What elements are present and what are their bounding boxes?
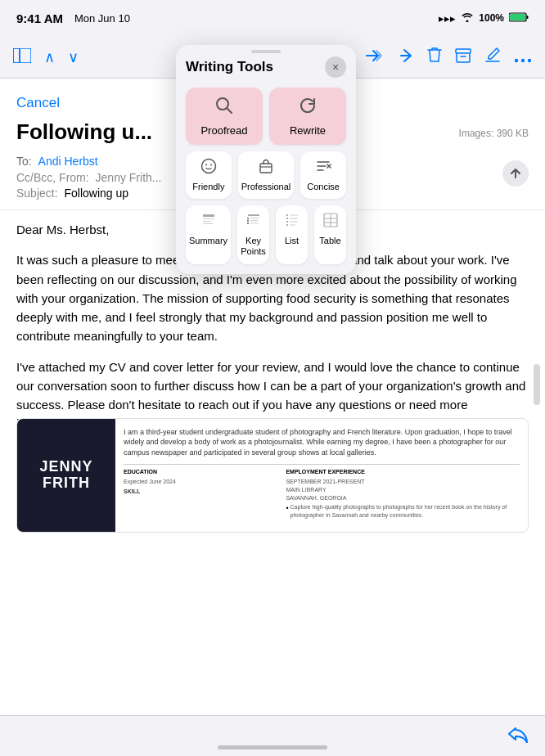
svg-rect-25: [203, 223, 213, 224]
svg-rect-1: [510, 14, 525, 20]
writing-tools-panel: Writing Tools × Proofread Rewrite: [176, 45, 356, 274]
navigate-down-button[interactable]: ∨: [68, 48, 79, 66]
table-label: Table: [319, 236, 340, 246]
professional-label: Professional: [241, 182, 291, 192]
svg-rect-28: [250, 218, 259, 218]
trash-button[interactable]: [427, 47, 442, 68]
email-to-value[interactable]: Andi Herbst: [38, 155, 98, 168]
svg-point-12: [201, 160, 215, 173]
svg-rect-22: [203, 214, 214, 217]
svg-rect-40: [290, 225, 295, 226]
list-label: List: [285, 236, 299, 246]
resume-employment-title: EMPLOYMENT EXPERIENCE: [286, 468, 520, 476]
email-cc-value: Jenny Frith: [96, 171, 152, 184]
navigate-up-button[interactable]: ∧: [44, 48, 55, 66]
svg-rect-4: [13, 48, 31, 63]
screen: 9:41 AM Mon Jun 10 ▸▸▸ 100% ∧ ∨: [0, 0, 545, 756]
status-date: Mon Jun 10: [74, 12, 130, 25]
friendly-button[interactable]: Friendly: [186, 151, 232, 199]
svg-rect-2: [527, 16, 529, 19]
rewrite-label: Rewrite: [290, 124, 326, 137]
svg-point-7: [515, 58, 518, 61]
main-tools-grid: Proofread Rewrite: [186, 88, 346, 145]
summary-button[interactable]: Summary: [186, 205, 231, 263]
key-points-button[interactable]: KeyPoints: [237, 205, 269, 263]
wifi-symbol: [461, 12, 474, 25]
status-bar: 9:41 AM Mon Jun 10 ▸▸▸ 100%: [0, 0, 545, 36]
svg-point-9: [528, 58, 531, 61]
svg-rect-15: [260, 164, 272, 173]
table-button[interactable]: Table: [314, 205, 346, 263]
resume-right: I am a third-year student undergraduate …: [115, 419, 528, 532]
panel-header: Writing Tools ×: [186, 56, 346, 78]
status-time: 9:41 AM: [16, 11, 63, 25]
panel-title: Writing Tools: [186, 59, 273, 75]
concise-icon: [315, 158, 331, 178]
tone-tools-grid: Friendly Professional Concise: [186, 151, 346, 199]
send-button[interactable]: [502, 160, 529, 187]
drag-indicator: [251, 50, 281, 53]
svg-rect-24: [203, 221, 211, 222]
svg-rect-26: [248, 214, 259, 216]
forward-thread-button[interactable]: [363, 47, 385, 68]
proofread-button[interactable]: Proofread: [186, 88, 263, 145]
proofread-label: Proofread: [200, 124, 247, 137]
reply-button[interactable]: [398, 47, 414, 68]
email-subject-value: Following up: [64, 187, 128, 200]
resume-education-title: EDUCATION: [124, 468, 279, 476]
resume-card: JENNY FRITH I am a third-year student un…: [16, 418, 529, 533]
svg-rect-38: [290, 222, 298, 223]
svg-point-8: [521, 58, 525, 61]
rewrite-button[interactable]: Rewrite: [269, 88, 346, 145]
svg-rect-34: [290, 215, 298, 216]
professional-button[interactable]: Professional: [238, 151, 295, 199]
friendly-icon: [200, 158, 217, 178]
bottom-toolbar: [0, 715, 545, 756]
svg-rect-37: [286, 221, 288, 223]
compose-button[interactable]: [484, 47, 501, 68]
svg-line-11: [227, 109, 232, 114]
svg-rect-33: [286, 214, 288, 216]
friendly-label: Friendly: [192, 182, 224, 192]
key-points-icon: [245, 212, 262, 232]
svg-point-14: [210, 164, 212, 166]
table-icon: [322, 212, 339, 232]
archive-button[interactable]: [455, 47, 471, 68]
concise-button[interactable]: Concise: [300, 151, 346, 199]
list-button[interactable]: List: [276, 205, 308, 263]
svg-rect-35: [286, 218, 288, 219]
list-icon: [284, 212, 300, 232]
professional-icon: [258, 158, 274, 178]
summary-label: Summary: [189, 236, 227, 246]
resume-left: JENNY FRITH: [17, 419, 115, 532]
scroll-handle[interactable]: [534, 364, 540, 405]
svg-rect-6: [456, 49, 471, 53]
wifi-icon: ▸▸▸: [439, 12, 456, 25]
reply-bottom-button[interactable]: [507, 725, 529, 748]
home-indicator: [218, 745, 327, 749]
svg-point-13: [205, 164, 207, 166]
svg-rect-36: [290, 218, 298, 219]
battery-symbol: [509, 11, 529, 25]
summary-icon: [200, 212, 217, 232]
key-points-label: KeyPoints: [241, 236, 266, 257]
close-button[interactable]: ×: [325, 56, 346, 78]
svg-rect-39: [286, 224, 288, 226]
svg-rect-30: [250, 220, 258, 221]
rewrite-icon: [298, 96, 318, 120]
more-button[interactable]: [514, 47, 532, 68]
resume-name: JENNY FRITH: [25, 459, 107, 492]
sidebar-toggle-button[interactable]: [13, 47, 31, 68]
proofread-icon: [214, 96, 234, 120]
concise-label: Concise: [307, 182, 340, 192]
status-right: ▸▸▸ 100%: [439, 11, 529, 25]
svg-rect-32: [250, 223, 259, 223]
svg-rect-3: [13, 48, 20, 63]
structure-tools-grid: Summary KeyPoints List: [186, 205, 346, 263]
attachment-info: Images: 390 KB: [459, 128, 529, 139]
svg-rect-23: [203, 218, 214, 219]
resume-bio: I am a third-year student undergraduate …: [124, 427, 520, 458]
battery-icon: 100%: [479, 12, 504, 24]
